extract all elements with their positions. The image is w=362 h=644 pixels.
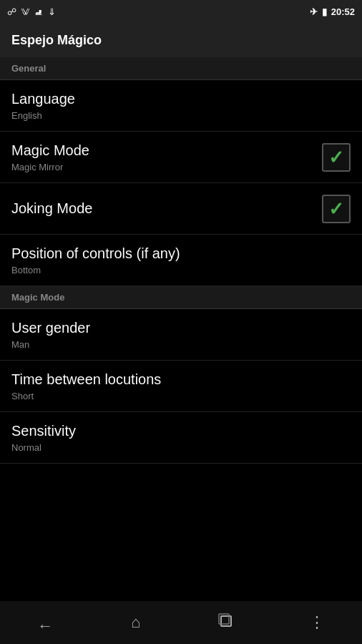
settings-item-language[interactable]: Language English: [0, 80, 362, 132]
settings-item-joking-mode-text: Joking Mode: [11, 200, 92, 217]
image-icon: ⛸: [34, 6, 44, 17]
settings-item-language-text: Language English: [11, 91, 75, 121]
back-icon: [37, 617, 53, 628]
position-controls-subtitle: Bottom: [11, 265, 180, 275]
battery-icon: ▮: [322, 6, 327, 17]
section-header-general: General: [0, 57, 362, 80]
section-header-magic-mode: Magic Mode: [0, 286, 362, 309]
settings-item-position-controls[interactable]: Position of controls (if any) Bottom: [0, 235, 362, 286]
joking-mode-title: Joking Mode: [11, 200, 92, 217]
sensitivity-subtitle: Normal: [11, 442, 76, 453]
settings-item-user-gender-text: User gender Man: [11, 320, 90, 350]
settings-item-magic-mode[interactable]: Magic Mode Magic Mirror ✓: [0, 132, 362, 183]
magic-mode-checkmark: ✓: [328, 148, 344, 167]
settings-item-sensitivity[interactable]: Sensitivity Normal: [0, 412, 362, 464]
more-button[interactable]: [295, 608, 338, 637]
joking-mode-checkbox[interactable]: ✓: [322, 195, 351, 223]
time-between-locutions-title: Time between locutions: [11, 371, 161, 388]
user-gender-title: User gender: [11, 320, 90, 336]
recents-icon: [218, 613, 234, 633]
time-between-locutions-subtitle: Short: [11, 391, 161, 401]
more-icon: [309, 613, 325, 632]
settings-item-user-gender[interactable]: User gender Man: [0, 309, 362, 361]
app-title: Espejo Mágico: [11, 33, 102, 48]
sensitivity-title: Sensitivity: [11, 423, 76, 439]
magic-mode-checkbox[interactable]: ✓: [322, 143, 351, 172]
svg-rect-0: [221, 616, 231, 626]
android-icon: ☍: [7, 6, 16, 17]
airplane-icon: ✈: [310, 6, 318, 17]
magic-mode-subtitle: Magic Mirror: [11, 162, 89, 172]
home-icon: [131, 613, 140, 632]
joking-mode-checkmark: ✓: [328, 200, 344, 218]
nav-bar: [0, 601, 362, 644]
settings-item-magic-mode-text: Magic Mode Magic Mirror: [11, 142, 89, 172]
settings-item-time-between-locutions-text: Time between locutions Short: [11, 371, 161, 401]
usb-icon: ⨈: [21, 6, 30, 17]
user-gender-subtitle: Man: [11, 339, 90, 350]
status-icons-right: ✈ ▮ 20:52: [310, 6, 355, 17]
language-subtitle: English: [11, 110, 75, 121]
home-button[interactable]: [114, 608, 157, 637]
back-button[interactable]: [24, 608, 67, 637]
language-title: Language: [11, 91, 75, 107]
magic-mode-title: Magic Mode: [11, 142, 89, 159]
title-bar: Espejo Mágico: [0, 23, 362, 57]
position-controls-title: Position of controls (if any): [11, 245, 180, 262]
time-display: 20:52: [331, 6, 355, 17]
status-icons-left: ☍ ⨈ ⛸ ⇓: [7, 6, 56, 17]
status-bar: ☍ ⨈ ⛸ ⇓ ✈ ▮ 20:52: [0, 0, 362, 23]
settings-item-position-controls-text: Position of controls (if any) Bottom: [11, 245, 180, 275]
settings-item-sensitivity-text: Sensitivity Normal: [11, 423, 76, 453]
settings-item-time-between-locutions[interactable]: Time between locutions Short: [0, 361, 362, 412]
settings-item-joking-mode[interactable]: Joking Mode ✓: [0, 183, 362, 235]
download-icon: ⇓: [48, 6, 56, 17]
recents-button[interactable]: [205, 608, 248, 637]
